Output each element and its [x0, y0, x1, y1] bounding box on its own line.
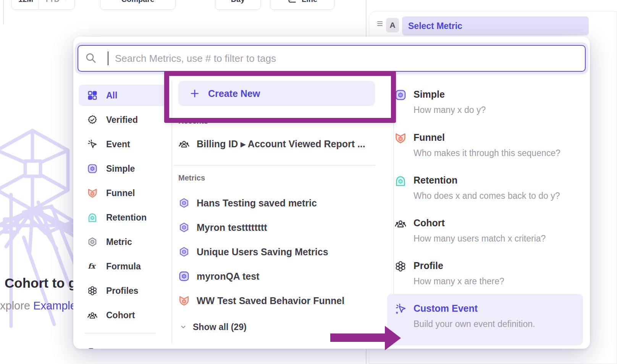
metric-item[interactable]: myronQA test — [178, 266, 259, 286]
show-all-button[interactable]: Show all (29) — [180, 320, 247, 334]
left-panel-edge — [3, 0, 4, 24]
sidebar-item-metric[interactable]: Metric — [79, 231, 169, 253]
type-simple[interactable]: Simple How many x do y? — [394, 84, 578, 122]
funnel-icon — [87, 188, 98, 198]
range-12m-button[interactable]: 12M — [13, 0, 39, 10]
retention-icon — [87, 212, 98, 223]
metric-hexagon-purple-icon — [178, 222, 190, 233]
sidebar-item-cohort[interactable]: Cohort — [79, 304, 169, 326]
chevron-down-icon — [180, 324, 187, 330]
cohort-icon — [87, 310, 98, 321]
sidebar-item-retention[interactable]: Retention — [79, 207, 169, 228]
grid-icon — [87, 90, 98, 101]
sidebar-item-formula[interactable]: fx Formula — [79, 256, 169, 277]
profiles-icon — [87, 285, 98, 296]
metric-hexagon-purple-icon — [178, 197, 190, 209]
app-window: 12M YTD Compare Day Line A Select Metric — [0, 0, 617, 364]
simple-icon — [178, 271, 190, 282]
compare-button[interactable]: Compare — [100, 0, 176, 10]
sidebar-item-event[interactable]: Event — [79, 134, 169, 155]
type-custom-event[interactable]: Custom Event Build your own event defini… — [394, 298, 578, 337]
profiles-icon — [394, 260, 407, 272]
simple-icon — [394, 89, 407, 101]
sidebar-item-all[interactable]: All — [79, 85, 169, 106]
chart-type-line-button[interactable]: Line — [270, 0, 334, 10]
svg-text:fx: fx — [88, 262, 96, 270]
line-chart-icon — [287, 0, 297, 4]
drag-handle-icon[interactable] — [377, 20, 383, 27]
empty-state-subtitle: xplore Example — [0, 300, 76, 312]
sidebar-item-profiles[interactable]: Profiles — [79, 280, 169, 301]
event-cursor-icon — [87, 139, 98, 150]
text-caret — [108, 52, 108, 65]
funnel-icon — [394, 132, 407, 144]
sidebar-section-divider — [85, 333, 156, 333]
verified-badge-icon — [87, 114, 98, 125]
formula-icon: fx — [87, 261, 98, 272]
series-badge: A — [386, 18, 399, 32]
chevron-down-icon — [63, 0, 68, 2]
metric-picker-modal: All Verified Event — [73, 37, 590, 349]
search-input[interactable] — [78, 45, 586, 72]
custom-event-icon — [394, 303, 407, 315]
annotation-highlight-box — [164, 71, 396, 123]
select-metric-field[interactable]: Select Metric — [402, 16, 589, 35]
simple-icon — [87, 163, 98, 174]
example-link[interactable]: Example — [33, 300, 76, 312]
wireframe-illustration — [0, 126, 80, 364]
type-cohort[interactable]: Cohort How many users match x criteria? — [394, 213, 578, 251]
sidebar-item-verified[interactable]: Verified — [79, 109, 169, 130]
date-range-control[interactable]: 12M YTD — [11, 0, 75, 10]
recent-item-billing[interactable]: Billing ID ▸ Account Viewed Report ... — [178, 134, 365, 154]
empty-state-title: Cohort to ge — [5, 275, 84, 291]
metric-item[interactable]: WW Test Saved Behavior Funnel — [178, 291, 344, 311]
sidebar-item-clipped[interactable]: T — [79, 342, 169, 349]
cohort-icon — [394, 217, 407, 230]
type-funnel[interactable]: Funnel Who makes it through this sequenc… — [394, 127, 578, 166]
recents-metrics-divider — [174, 165, 375, 166]
metric-item[interactable]: Hans Testing saved metric — [178, 193, 317, 213]
sidebar-item-simple[interactable]: Simple — [79, 158, 169, 179]
range-ytd-button[interactable]: YTD — [39, 0, 73, 10]
annotation-arrow-icon — [328, 324, 404, 353]
metric-item[interactable]: Unique Users Saving Metrics — [178, 242, 328, 262]
metrics-heading: Metrics — [178, 174, 205, 182]
sidebar-item-funnel[interactable]: Funnel — [79, 182, 169, 204]
funnel-icon — [178, 295, 190, 306]
type-profile[interactable]: Profile How many x are there? — [394, 256, 578, 294]
interval-day-button[interactable]: Day — [215, 0, 261, 10]
search-icon — [85, 52, 97, 64]
type-retention[interactable]: Retention Who does x and comes back to d… — [394, 170, 578, 208]
metric-hexagon-purple-icon — [178, 246, 190, 258]
tag-icon — [87, 347, 98, 349]
retention-icon — [394, 175, 407, 187]
metric-item[interactable]: Myron testttttttt — [178, 217, 267, 237]
cohort-icon — [178, 138, 190, 150]
metric-hexagon-icon — [87, 237, 98, 247]
